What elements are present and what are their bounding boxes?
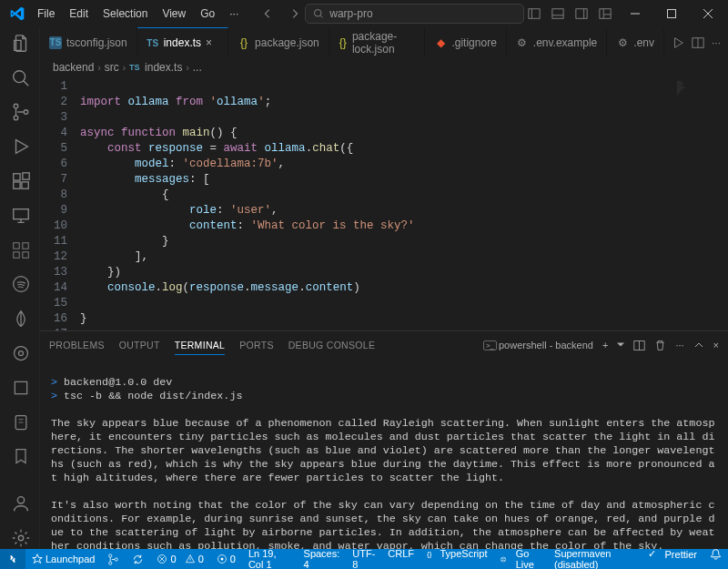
svg-point-36 bbox=[109, 561, 112, 564]
terminal-profile-dropdown[interactable]: >_ powershell - backend bbox=[483, 340, 593, 351]
close-panel-icon[interactable]: × bbox=[713, 340, 719, 351]
statusbar-label: 0 bbox=[198, 554, 204, 564]
git-branch-status[interactable] bbox=[101, 549, 126, 569]
terminal-dropdown-icon[interactable] bbox=[617, 341, 624, 349]
breadcrumb[interactable]: backend› src› TS index.ts› ... bbox=[40, 57, 728, 77]
breadcrumb-item[interactable]: src bbox=[105, 61, 119, 74]
panel-tab-debug[interactable]: DEBUG CONSOLE bbox=[288, 336, 376, 354]
menu-view[interactable]: View bbox=[156, 4, 192, 24]
remote-indicator[interactable] bbox=[0, 549, 25, 569]
tab-env-example[interactable]: ⚙.env.example bbox=[507, 27, 607, 57]
gear-icon: ⚙ bbox=[616, 36, 629, 49]
svg-rect-21 bbox=[22, 242, 27, 248]
tab-gitignore[interactable]: ◆.gitignore bbox=[425, 27, 506, 57]
tab-package-json[interactable]: {}package.json bbox=[228, 27, 329, 57]
terminal-output[interactable]: > backend@1.0.0 dev > tsc -b && node dis… bbox=[40, 359, 728, 549]
remote-explorer-icon[interactable] bbox=[7, 205, 33, 227]
terminal-paragraph: It's also worth noting that the color of… bbox=[51, 499, 714, 549]
account-icon[interactable] bbox=[7, 493, 33, 514]
menu-more[interactable]: ··· bbox=[223, 4, 245, 24]
svg-point-0 bbox=[315, 10, 322, 17]
svg-rect-20 bbox=[13, 242, 18, 248]
close-tab-icon[interactable]: × bbox=[206, 36, 218, 49]
search-icon bbox=[313, 8, 324, 19]
split-editor-icon[interactable] bbox=[692, 36, 704, 49]
panel-tab-output[interactable]: OUTPUT bbox=[119, 336, 160, 354]
panel-more-icon[interactable]: ··· bbox=[675, 340, 683, 351]
notifications-icon[interactable] bbox=[703, 548, 728, 560]
spotify-icon[interactable] bbox=[7, 274, 33, 296]
menu-edit[interactable]: Edit bbox=[63, 4, 95, 24]
svg-point-30 bbox=[18, 535, 24, 541]
ts-icon: TS bbox=[129, 63, 141, 72]
encoding-status[interactable]: UTF-8 bbox=[346, 548, 381, 569]
breadcrumb-item[interactable]: backend bbox=[53, 61, 94, 74]
sync-status[interactable] bbox=[126, 549, 150, 569]
minimap[interactable]: ▄▄▄▄▄▄▄▄▄▄▄▄▄▄▄▄▄▄▄▄▄▄▄▄▄▄▄▄▄▄▄▄ bbox=[673, 77, 728, 330]
layout-bottom-icon[interactable] bbox=[548, 4, 568, 24]
menu-go[interactable]: Go bbox=[194, 4, 221, 24]
eol-status[interactable]: CRLF bbox=[381, 548, 420, 559]
explorer-icon[interactable] bbox=[7, 33, 33, 55]
window-minimize[interactable] bbox=[619, 0, 652, 27]
extensions-icon[interactable] bbox=[7, 170, 33, 192]
settings-gear-icon[interactable] bbox=[7, 527, 33, 549]
command-center-search[interactable]: warp-pro bbox=[305, 4, 524, 24]
profile-label: powershell - backend bbox=[499, 340, 593, 351]
window-close[interactable] bbox=[692, 0, 724, 27]
breadcrumb-item[interactable]: index.ts bbox=[145, 61, 182, 74]
problems-status[interactable]: 0 0 bbox=[150, 549, 209, 569]
language-mode[interactable]: {} TypeScript bbox=[420, 548, 493, 559]
split-terminal-icon[interactable] bbox=[633, 340, 645, 351]
panel-tabs: PROBLEMS OUTPUT TERMINAL PORTS DEBUG CON… bbox=[40, 331, 728, 359]
more-actions-icon[interactable]: ··· bbox=[712, 36, 721, 49]
panel-tab-ports[interactable]: PORTS bbox=[239, 336, 273, 354]
svg-rect-5 bbox=[576, 9, 587, 19]
customize-layout-icon[interactable] bbox=[595, 4, 615, 24]
svg-rect-22 bbox=[13, 252, 18, 258]
window-maximize[interactable] bbox=[655, 0, 688, 27]
statusbar-label: 0 bbox=[170, 554, 176, 564]
source-control-icon[interactable] bbox=[7, 102, 33, 124]
sidebar-item-square-icon[interactable] bbox=[7, 377, 33, 399]
run-debug-icon[interactable] bbox=[7, 136, 33, 157]
supermaven-status[interactable]: Supermaven (disabled) bbox=[548, 548, 642, 569]
tab-env[interactable]: ⚙.env bbox=[607, 27, 664, 57]
cursor-position[interactable]: Ln 19, Col 1 bbox=[242, 548, 298, 569]
thunder-client-icon[interactable] bbox=[7, 412, 33, 433]
tab-index-ts[interactable]: TSindex.ts× bbox=[137, 27, 228, 57]
panel-tab-terminal[interactable]: TERMINAL bbox=[175, 336, 226, 355]
indentation-status[interactable]: Spaces: 4 bbox=[298, 548, 347, 569]
go-live-button[interactable]: Go Live bbox=[493, 548, 548, 569]
run-icon[interactable] bbox=[672, 36, 684, 49]
mongodb-icon[interactable] bbox=[7, 308, 33, 330]
tab-label: package.json bbox=[255, 36, 319, 49]
new-terminal-icon[interactable]: + bbox=[602, 340, 608, 351]
kill-terminal-icon[interactable] bbox=[654, 340, 666, 351]
breadcrumb-item[interactable]: ... bbox=[193, 61, 202, 74]
launchpad-button[interactable]: Launchpad bbox=[25, 549, 101, 569]
gitlens-icon[interactable] bbox=[7, 342, 33, 364]
menu-file[interactable]: File bbox=[31, 4, 61, 24]
tab-tsconfig[interactable]: TStsconfig.json bbox=[40, 27, 137, 57]
nav-back-icon[interactable] bbox=[258, 4, 278, 24]
code-editor[interactable]: 1234567891011121314151617181920 import o… bbox=[40, 77, 728, 330]
layout-right-icon[interactable] bbox=[571, 4, 592, 24]
database-icon[interactable] bbox=[7, 239, 33, 261]
svg-point-26 bbox=[18, 351, 23, 356]
svg-rect-19 bbox=[13, 209, 28, 219]
layout-left-icon[interactable] bbox=[524, 4, 544, 24]
panel-tab-problems[interactable]: PROBLEMS bbox=[49, 336, 105, 354]
nav-forward-icon[interactable] bbox=[285, 4, 305, 24]
code-area[interactable]: import ollama from 'ollama'; async funct… bbox=[80, 77, 673, 330]
prettier-status[interactable]: ✓ Prettier bbox=[642, 548, 703, 560]
maximize-panel-icon[interactable] bbox=[693, 340, 704, 351]
tab-label: index.ts bbox=[164, 36, 201, 49]
search-activity-icon[interactable] bbox=[7, 67, 33, 89]
nav-history bbox=[258, 4, 305, 24]
menu-selection[interactable]: Selection bbox=[96, 4, 154, 24]
svg-point-35 bbox=[109, 554, 112, 556]
bookmarks-icon[interactable] bbox=[7, 446, 33, 468]
ports-status[interactable]: 0 bbox=[210, 549, 242, 569]
tab-package-lock[interactable]: {}package-lock.json bbox=[329, 27, 426, 57]
